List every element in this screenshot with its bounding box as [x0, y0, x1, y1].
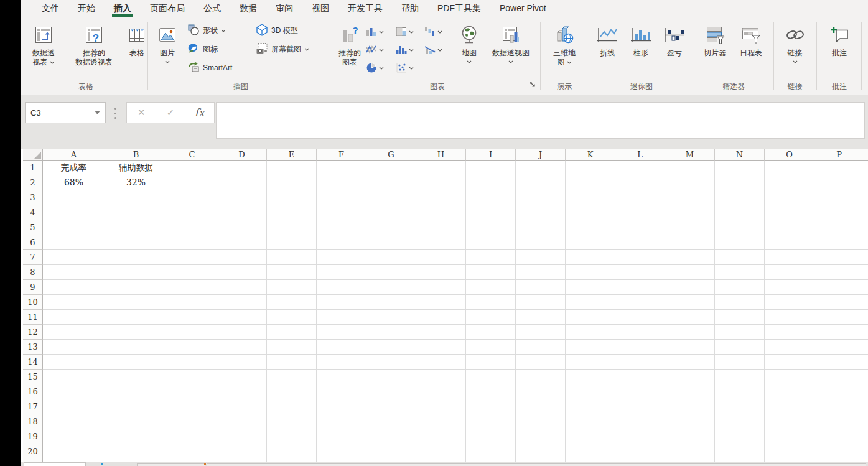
cell-L2[interactable]: [615, 175, 665, 190]
cell-I11[interactable]: [466, 310, 516, 325]
cell-N5[interactable]: [715, 220, 765, 235]
cell-L16[interactable]: [615, 384, 665, 399]
column-header-O[interactable]: O: [765, 149, 814, 161]
cell-H5[interactable]: [416, 220, 466, 235]
cell-A13[interactable]: [43, 340, 105, 355]
cell-D11[interactable]: [217, 310, 267, 325]
cell-H18[interactable]: [416, 414, 466, 429]
comment-button[interactable]: 批注: [820, 21, 859, 58]
cell-J6[interactable]: [516, 235, 566, 250]
cell-D20[interactable]: [217, 444, 267, 459]
cell-F18[interactable]: [317, 414, 366, 429]
cell-C3[interactable]: [167, 190, 217, 205]
cell-J19[interactable]: [516, 429, 566, 444]
timeline-button[interactable]: 日程表: [734, 21, 768, 58]
cell-D1[interactable]: [217, 161, 267, 175]
cell-B10[interactable]: [105, 295, 167, 310]
cell-H6[interactable]: [416, 235, 466, 250]
cell-H11[interactable]: [416, 310, 466, 325]
cell-O7[interactable]: [765, 250, 814, 265]
insert-combo-chart-button[interactable]: [424, 42, 442, 57]
cell-H14[interactable]: [416, 355, 466, 370]
cell-G20[interactable]: [366, 444, 416, 459]
cell-F20[interactable]: [317, 444, 366, 459]
cell-F13[interactable]: [317, 340, 366, 355]
row-header-4[interactable]: 4: [23, 205, 43, 220]
cell-L9[interactable]: [615, 280, 665, 295]
cell-E17[interactable]: [267, 399, 317, 414]
cell-K14[interactable]: [566, 355, 615, 370]
cell-F10[interactable]: [317, 295, 366, 310]
cell-N3[interactable]: [715, 190, 765, 205]
cell-H17[interactable]: [416, 399, 466, 414]
insert-function-button[interactable]: fx: [189, 103, 210, 122]
cell-H1[interactable]: [416, 161, 466, 175]
cell-K1[interactable]: [566, 161, 615, 175]
cell-I12[interactable]: [466, 325, 516, 340]
cell-M12[interactable]: [665, 325, 715, 340]
cell-P11[interactable]: [814, 310, 864, 325]
cell-A10[interactable]: [43, 295, 105, 310]
cell-B18[interactable]: [105, 414, 167, 429]
cell-F15[interactable]: [317, 370, 366, 384]
cell-O8[interactable]: [765, 265, 814, 280]
column-header-J[interactable]: J: [516, 149, 566, 161]
cell-F12[interactable]: [317, 325, 366, 340]
column-header-G[interactable]: G: [366, 149, 416, 161]
row-header-20[interactable]: 20: [23, 444, 43, 459]
cell-L4[interactable]: [615, 205, 665, 220]
cell-O15[interactable]: [765, 370, 814, 384]
cell-O13[interactable]: [765, 340, 814, 355]
cell-L1[interactable]: [615, 161, 665, 175]
tab-insert[interactable]: 插入: [105, 0, 141, 17]
cell-M9[interactable]: [665, 280, 715, 295]
name-box[interactable]: C3: [25, 102, 106, 123]
cell-C9[interactable]: [167, 280, 217, 295]
cell-I5[interactable]: [466, 220, 516, 235]
cell-L15[interactable]: [615, 370, 665, 384]
cell-C4[interactable]: [167, 205, 217, 220]
cell-P15[interactable]: [814, 370, 864, 384]
cell-J10[interactable]: [516, 295, 566, 310]
select-all-corner[interactable]: [23, 149, 43, 161]
cell-G2[interactable]: [366, 175, 416, 190]
row-header-7[interactable]: 7: [23, 250, 43, 265]
insert-hierarchy-chart-button[interactable]: [396, 24, 414, 39]
cell-M18[interactable]: [665, 414, 715, 429]
cell-H15[interactable]: [416, 370, 466, 384]
cell-I2[interactable]: [466, 175, 516, 190]
cell-I18[interactable]: [466, 414, 516, 429]
cell-P20[interactable]: [814, 444, 864, 459]
cell-O10[interactable]: [765, 295, 814, 310]
cell-L18[interactable]: [615, 414, 665, 429]
row-header-11[interactable]: 11: [23, 310, 43, 325]
row-header-13[interactable]: 13: [23, 340, 43, 355]
cell-A1[interactable]: 完成率: [43, 161, 105, 175]
cell-O19[interactable]: [765, 429, 814, 444]
cell-C12[interactable]: [167, 325, 217, 340]
column-header-N[interactable]: N: [715, 149, 765, 161]
cell-D6[interactable]: [217, 235, 267, 250]
cell-A4[interactable]: [43, 205, 105, 220]
cell-I1[interactable]: [466, 161, 516, 175]
cell-P18[interactable]: [814, 414, 864, 429]
cell-F3[interactable]: [317, 190, 366, 205]
sparkline-line-button[interactable]: 折线: [593, 21, 622, 58]
cell-P19[interactable]: [814, 429, 864, 444]
cell-M6[interactable]: [665, 235, 715, 250]
pivotchart-button[interactable]: 数据透视图: [484, 21, 538, 63]
cell-I15[interactable]: [466, 370, 516, 384]
cell-I4[interactable]: [466, 205, 516, 220]
cell-D7[interactable]: [217, 250, 267, 265]
cell-K20[interactable]: [566, 444, 615, 459]
shapes-button[interactable]: 形状: [187, 23, 226, 38]
cell-O14[interactable]: [765, 355, 814, 370]
cell-I8[interactable]: [466, 265, 516, 280]
cell-F5[interactable]: [317, 220, 366, 235]
cell-P8[interactable]: [814, 265, 864, 280]
cell-O4[interactable]: [765, 205, 814, 220]
cell-P10[interactable]: [814, 295, 864, 310]
cell-F1[interactable]: [317, 161, 366, 175]
cell-G8[interactable]: [366, 265, 416, 280]
cell-K13[interactable]: [566, 340, 615, 355]
